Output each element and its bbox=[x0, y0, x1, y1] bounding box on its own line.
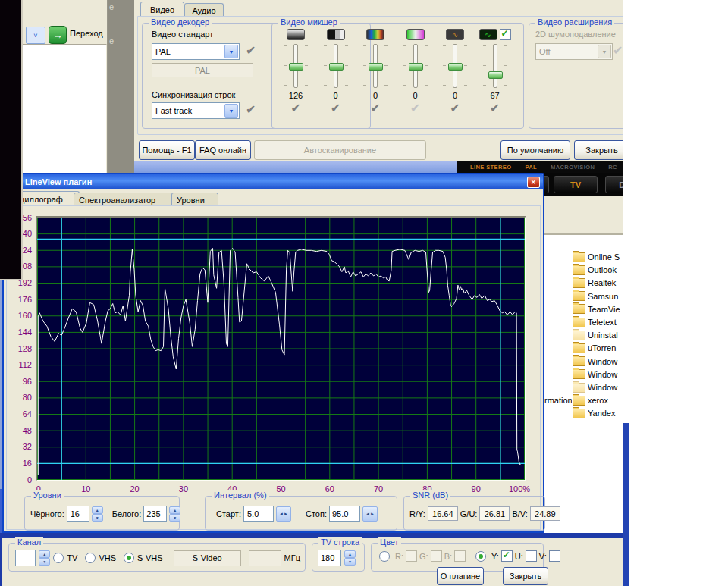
slider-thumb[interactable] bbox=[488, 71, 503, 79]
dialog-close-button-label: Закрыть bbox=[585, 146, 617, 155]
tv-mode-label: TV bbox=[570, 180, 581, 190]
folder-name: Realtek bbox=[588, 278, 616, 287]
interval-start-stepper[interactable]: ◄► bbox=[276, 506, 291, 522]
folder-icon bbox=[573, 409, 585, 418]
folder-icon bbox=[573, 291, 585, 301]
snr-value-field: 26.81 bbox=[479, 506, 510, 521]
interval-stop-stepper[interactable]: ◄► bbox=[362, 506, 378, 522]
white-level-field[interactable]: 235 bbox=[143, 506, 167, 522]
folder-item[interactable]: Window bbox=[544, 356, 623, 368]
tab-levels-label: Уровни bbox=[177, 196, 205, 205]
close-icon[interactable]: × bbox=[527, 177, 540, 188]
folder-item[interactable]: Window bbox=[544, 368, 623, 381]
folder-item[interactable]: Uninstal bbox=[544, 329, 623, 341]
interval-stop-field[interactable]: 95.0 bbox=[329, 506, 360, 522]
tv-line-field[interactable]: 180 bbox=[318, 550, 341, 566]
y-checkbox[interactable] bbox=[501, 550, 513, 562]
video-standard-select[interactable]: PAL ▼ bbox=[152, 43, 240, 60]
tv-osd-bar: LINE STEREOPALMACROVISIONRC bbox=[457, 161, 623, 173]
osd-text: LINE STEREO bbox=[470, 164, 511, 171]
tab-spectrum-analyzer[interactable]: Спектроанализатор bbox=[74, 193, 180, 206]
panel-close-label: Закрыть bbox=[510, 572, 541, 581]
radio-svhs[interactable] bbox=[124, 553, 134, 563]
slider-thumb[interactable] bbox=[369, 63, 383, 71]
folder-item[interactable]: uTorren bbox=[544, 342, 623, 354]
mixer-value: 67 bbox=[490, 91, 499, 100]
chevron-down-icon[interactable]: ▼ bbox=[224, 104, 238, 118]
u-checkbox[interactable] bbox=[526, 550, 537, 562]
line-sync-select[interactable]: Fast track ▼ bbox=[152, 102, 240, 119]
go-button-label[interactable]: Переход bbox=[70, 29, 103, 38]
x-tick-label: 70 bbox=[374, 484, 383, 494]
tv-line-stepper[interactable]: ▲▼ bbox=[344, 550, 356, 566]
chevron-down-icon[interactable]: ▼ bbox=[224, 45, 238, 58]
mixer-slider[interactable] bbox=[441, 42, 469, 89]
folder-item[interactable]: Online S bbox=[544, 251, 623, 263]
apply-check-icon: ✔ bbox=[370, 102, 380, 114]
mixer-slider[interactable] bbox=[362, 42, 389, 89]
x-tick-label: 20 bbox=[130, 484, 139, 494]
interval-start-field[interactable]: 5.0 bbox=[243, 506, 274, 522]
panel-close-button[interactable]: Закрыть bbox=[503, 567, 548, 585]
x-axis-tick-labels: 0102030405060708090100% bbox=[37, 484, 525, 495]
lineview-titlebar[interactable]: LineView плагин bbox=[4, 174, 543, 189]
mixer-slider[interactable] bbox=[282, 42, 309, 89]
video-standard-readout-value: PAL bbox=[195, 66, 210, 75]
slider-thumb[interactable] bbox=[409, 63, 423, 71]
go-arrow-icon[interactable]: → bbox=[49, 26, 67, 44]
channel-preset-stepper[interactable]: ▲▼ bbox=[39, 550, 50, 566]
tab-levels[interactable]: Уровни bbox=[171, 193, 218, 206]
tv-mode-button[interactable]: TV bbox=[554, 176, 598, 193]
about-plugin-button[interactable]: О плагине bbox=[437, 567, 484, 585]
folder-name: Online S bbox=[588, 252, 620, 262]
tab-video[interactable]: Видео bbox=[140, 2, 184, 17]
tab-audio[interactable]: Аудио bbox=[184, 3, 224, 17]
g-label: G: bbox=[419, 552, 428, 561]
mixer-slider[interactable] bbox=[482, 42, 509, 89]
folder-item[interactable]: TeamVie bbox=[544, 303, 623, 315]
folder-item[interactable]: Samsun bbox=[544, 290, 623, 302]
osd-text: RC bbox=[608, 164, 617, 171]
mixer-slider[interactable] bbox=[402, 42, 429, 89]
chevron-down-icon[interactable]: ˅ bbox=[26, 27, 46, 44]
black-level-field[interactable]: 16 bbox=[67, 506, 89, 522]
mixer-slider[interactable] bbox=[322, 42, 350, 89]
folder-name: Yandex bbox=[588, 409, 616, 418]
tab-spectrum-analyzer-label: Спектроанализатор bbox=[79, 196, 155, 205]
folder-item[interactable]: Window bbox=[544, 381, 623, 393]
osd-text: MACROVISION bbox=[551, 164, 595, 171]
folder-item[interactable]: Yandex bbox=[544, 407, 623, 419]
mixer-slider-column: ∿67✔ bbox=[478, 24, 513, 128]
mixer-enable-checkbox[interactable] bbox=[500, 29, 511, 40]
folder-item[interactable]: Outlook bbox=[544, 264, 623, 276]
faq-button[interactable]: FAQ онлайн bbox=[195, 140, 251, 160]
folder-item[interactable]: Realtek bbox=[544, 277, 623, 289]
help-button[interactable]: Помощь - F1 bbox=[139, 140, 195, 160]
folder-icon bbox=[573, 396, 585, 406]
radio-yuv[interactable] bbox=[475, 551, 486, 562]
v-checkbox[interactable] bbox=[549, 550, 560, 562]
folder-item[interactable]: Teletext bbox=[544, 316, 623, 328]
dialog-close-button[interactable]: Закрыть bbox=[574, 140, 629, 160]
folder-name: xerox bbox=[588, 396, 608, 405]
black-level-stepper[interactable]: ▲▼ bbox=[92, 506, 103, 522]
luma-notch-icon: ∿ bbox=[479, 29, 497, 40]
slider-thumb[interactable] bbox=[289, 63, 303, 71]
apply-check-icon: ✔ bbox=[450, 102, 460, 114]
defaults-button[interactable]: По умолчанию bbox=[500, 140, 570, 160]
slider-thumb[interactable] bbox=[448, 63, 463, 71]
radio-vhs[interactable] bbox=[85, 553, 96, 563]
radio-tv[interactable] bbox=[53, 553, 64, 563]
channel-preset-field[interactable]: -- bbox=[15, 550, 36, 566]
channel-caption: Канал bbox=[15, 537, 43, 547]
folder-icon bbox=[573, 318, 585, 327]
noise-reduction-select[interactable]: Off ▼ bbox=[535, 43, 613, 60]
radio-rgb[interactable] bbox=[379, 551, 390, 562]
slider-thumb[interactable] bbox=[329, 63, 344, 71]
folder-name: Teletext bbox=[588, 318, 617, 327]
white-level-stepper[interactable]: ▲▼ bbox=[169, 506, 180, 522]
tvapp-window-top-border bbox=[134, 161, 457, 173]
b-checkbox bbox=[454, 550, 466, 562]
folder-item[interactable]: rmationxerox bbox=[544, 394, 623, 406]
mixer-value: 0 bbox=[333, 91, 337, 100]
